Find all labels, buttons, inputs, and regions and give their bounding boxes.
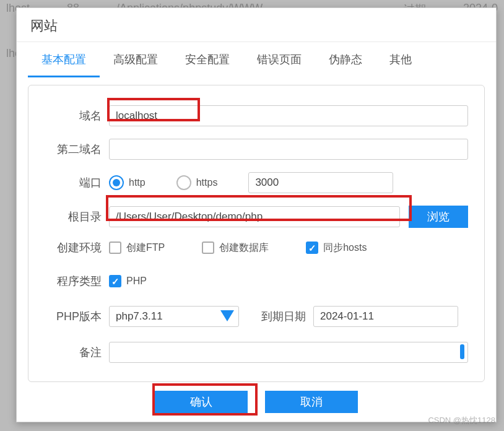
second-domain-label: 第二域名 (45, 142, 102, 157)
port-http-radio[interactable]: http (109, 175, 146, 190)
port-http-text: http (129, 177, 146, 188)
php-version-input[interactable] (109, 306, 239, 327)
notes-input[interactable] (109, 342, 468, 363)
port-label: 端口 (45, 175, 102, 190)
watermark-text: CSDN @热忱1128 (428, 415, 495, 426)
cancel-button[interactable]: 取消 (265, 391, 358, 413)
expiry-date-label: 到期日期 (239, 309, 306, 324)
checkbox-icon (202, 242, 214, 254)
tab-other[interactable]: 其他 (376, 42, 425, 77)
tab-rewrite[interactable]: 伪静态 (315, 42, 376, 77)
radio-icon (109, 175, 124, 190)
php-text: PHP (126, 276, 147, 287)
form-panel: 域名 第二域名 端口 http https 根目录 浏览 创建环境 (28, 85, 485, 382)
port-https-radio[interactable]: https (176, 175, 218, 190)
domain-label: 域名 (45, 108, 102, 123)
php-checkbox[interactable]: PHP (109, 275, 147, 287)
checkbox-icon (306, 242, 318, 254)
checkbox-icon (109, 242, 121, 254)
checkbox-icon (109, 275, 121, 287)
program-type-label: 程序类型 (45, 274, 102, 289)
tabs: 基本配置 高级配置 安全配置 错误页面 伪静态 其他 (17, 42, 496, 77)
domain-input[interactable] (109, 105, 468, 126)
browse-button[interactable]: 浏览 (409, 206, 468, 228)
dialog-title: 网站 (17, 8, 496, 42)
sync-hosts-text: 同步hosts (323, 242, 367, 255)
radio-icon (176, 175, 191, 190)
scrollbar-handle[interactable] (460, 344, 464, 359)
port-https-text: https (196, 177, 218, 188)
expiry-date-input[interactable] (313, 306, 458, 327)
root-dir-input[interactable] (109, 206, 400, 227)
dialog-footer: 确认 取消 (17, 386, 496, 423)
create-ftp-text: 创建FTP (126, 242, 165, 255)
sync-hosts-checkbox[interactable]: 同步hosts (306, 242, 367, 255)
tab-advanced-config[interactable]: 高级配置 (100, 42, 172, 77)
create-ftp-checkbox[interactable]: 创建FTP (109, 242, 165, 255)
php-version-label: PHP版本 (45, 309, 102, 324)
tab-basic-config[interactable]: 基本配置 (28, 42, 100, 77)
tab-security-config[interactable]: 安全配置 (172, 42, 243, 77)
create-db-text: 创建数据库 (219, 242, 269, 255)
create-env-label: 创建环境 (45, 240, 102, 255)
confirm-button[interactable]: 确认 (155, 391, 248, 413)
second-domain-input[interactable] (109, 139, 468, 160)
create-db-checkbox[interactable]: 创建数据库 (202, 242, 269, 255)
port-input[interactable] (248, 172, 393, 193)
notes-label: 备注 (45, 345, 102, 360)
root-dir-label: 根目录 (45, 209, 102, 224)
website-dialog: 网站 基本配置 高级配置 安全配置 错误页面 伪静态 其他 域名 第二域名 端口… (16, 7, 497, 422)
tab-error-pages[interactable]: 错误页面 (243, 42, 315, 77)
php-version-select[interactable] (109, 306, 239, 327)
